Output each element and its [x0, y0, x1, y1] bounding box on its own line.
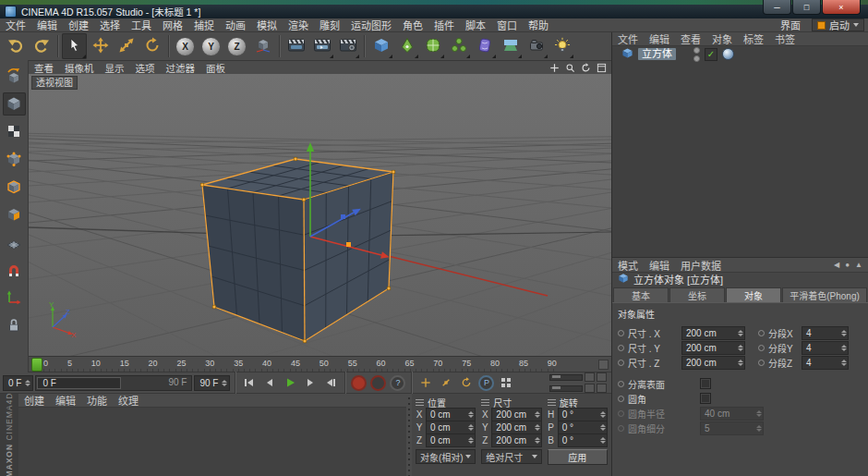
menu-item[interactable]: 编辑 [31, 18, 63, 32]
rotate-tool-button[interactable] [139, 33, 164, 59]
size-value-input[interactable]: 200 cm [681, 326, 745, 340]
mini-button[interactable] [585, 372, 595, 382]
playhead-marker[interactable] [31, 358, 42, 372]
checkbox[interactable] [700, 378, 711, 389]
timeline-end-handle[interactable] [598, 360, 609, 370]
record-keyframe-button[interactable] [351, 375, 367, 391]
viewport-canvas[interactable]: YXZ 透视视图 [29, 74, 611, 357]
live-selection-button[interactable] [62, 33, 87, 59]
mini-button[interactable] [597, 372, 607, 382]
viewport-menu-item[interactable]: 面板 [200, 61, 231, 75]
next-frame-button[interactable] [301, 375, 319, 391]
points-mode-button[interactable] [3, 148, 26, 171]
attr-tab[interactable]: 平滑着色(Phong) [782, 287, 867, 302]
spline-pen-button[interactable] [394, 33, 419, 59]
keyframe-scale-toggle[interactable] [437, 375, 455, 391]
phong-tag-icon[interactable] [722, 48, 734, 60]
menu-item[interactable]: 工具 [126, 18, 157, 32]
menu-item[interactable]: 雕刻 [314, 18, 345, 32]
animation-dot[interactable] [618, 360, 624, 366]
viewport-menu-item[interactable]: 查看 [29, 61, 59, 75]
render-picture-viewer-button[interactable] [309, 33, 334, 59]
toggle-view-icon[interactable] [595, 62, 608, 73]
model-mode-button[interactable] [3, 92, 26, 116]
interface-menu[interactable]: 界面 [775, 18, 806, 32]
menu-item[interactable]: 创建 [63, 18, 94, 32]
parent-up-icon[interactable]: ▲ [855, 261, 862, 269]
snap-button[interactable] [3, 259, 26, 282]
frame-spinner[interactable] [25, 380, 30, 386]
keyframe-pla-toggle[interactable] [497, 375, 515, 391]
subdivision-surface-button[interactable] [420, 33, 445, 59]
material-menu-item[interactable]: 创建 [18, 393, 50, 408]
size-input[interactable]: 200 cm [491, 433, 541, 447]
render-view-button[interactable] [283, 33, 308, 59]
layout-select[interactable]: 启动 [812, 18, 864, 31]
rotate-view-icon[interactable] [579, 62, 592, 73]
object-manager-menu-item[interactable]: 标签 [738, 31, 769, 46]
attr-tab[interactable]: 基本 [613, 287, 669, 302]
history-back-icon[interactable]: ◀ [834, 261, 839, 269]
segments-input[interactable]: 4 [802, 356, 849, 370]
menu-item[interactable]: 窗口 [491, 18, 523, 32]
attribute-menu-item[interactable]: 用户数据 [675, 258, 727, 273]
menu-item[interactable]: 插件 [428, 18, 460, 32]
make-editable-button[interactable] [3, 65, 26, 88]
viewport-menu-item[interactable]: 选项 [130, 61, 161, 75]
size-value-input[interactable]: 200 cm [681, 341, 745, 355]
maximize-button[interactable]: □ [792, 0, 821, 15]
redo-button[interactable] [29, 33, 54, 59]
axis-lock-button[interactable]: Z [224, 33, 249, 59]
rotation-input[interactable]: 0 ° [558, 408, 608, 421]
minimize-button[interactable]: ─ [763, 0, 791, 15]
animation-dot[interactable] [618, 381, 624, 387]
animation-dot[interactable] [618, 345, 624, 351]
menu-item[interactable]: 捕捉 [188, 18, 220, 32]
texture-mode-button[interactable] [3, 120, 26, 143]
frame-slider[interactable]: 0 F 90 F [35, 375, 192, 391]
light-button[interactable] [549, 33, 574, 59]
keyframe-parameter-toggle[interactable]: P [478, 375, 494, 391]
menu-item[interactable]: 选择 [94, 18, 126, 32]
render-settings-button[interactable] [335, 33, 360, 59]
segments-input[interactable]: 4 [802, 341, 849, 355]
keyframe-rotation-toggle[interactable] [457, 375, 476, 391]
end-frame-spinner[interactable] [222, 380, 227, 386]
viewport-menu-item[interactable]: 显示 [100, 61, 130, 75]
object-name[interactable]: 立方体 [638, 48, 676, 60]
material-menu-item[interactable]: 功能 [81, 393, 113, 408]
deformer-button[interactable] [472, 33, 497, 59]
play-button[interactable] [281, 375, 299, 391]
animation-dot[interactable] [618, 330, 624, 336]
zoom-view-icon[interactable] [563, 62, 576, 73]
undo-button[interactable] [3, 33, 28, 59]
cube-primitive-button[interactable] [368, 33, 393, 59]
menu-item[interactable]: 网格 [157, 18, 188, 32]
workplane-button[interactable] [3, 231, 26, 254]
size-value-input[interactable]: 200 cm [681, 356, 745, 370]
animation-dot[interactable] [758, 345, 765, 351]
size-mode-select[interactable]: 绝对尺寸 [481, 449, 541, 464]
play-options-button[interactable]: ? [390, 375, 405, 391]
timeline-ruler[interactable]: 051015202530354045505560657075808590 [29, 357, 611, 372]
keyframe-position-toggle[interactable] [416, 375, 435, 391]
position-input[interactable]: 0 cm [426, 421, 476, 434]
material-menu-item[interactable]: 编辑 [50, 393, 81, 408]
rotation-input[interactable]: 0 ° [558, 433, 608, 447]
scale-tool-button[interactable] [114, 33, 139, 59]
end-frame-field[interactable]: 90 F [194, 375, 230, 391]
animation-dot[interactable] [758, 360, 765, 366]
menu-item[interactable]: 动画 [220, 18, 251, 32]
menu-item[interactable]: 运动图形 [345, 18, 397, 32]
coordinate-system-button[interactable] [250, 33, 275, 59]
size-input[interactable]: 200 cm [491, 421, 541, 434]
attr-tab[interactable]: 坐标 [669, 287, 725, 302]
object-manager-menu-item[interactable]: 文件 [612, 31, 644, 46]
material-menu-item[interactable]: 纹理 [113, 393, 144, 408]
object-enabled-check[interactable]: ✓ [705, 48, 717, 61]
mini-slider[interactable] [549, 374, 583, 381]
object-manager-menu-item[interactable]: 查看 [675, 31, 706, 46]
material-list-area[interactable] [18, 408, 406, 476]
checkbox[interactable] [700, 393, 711, 404]
viewport-menu-item[interactable]: 摄像机 [59, 61, 100, 75]
